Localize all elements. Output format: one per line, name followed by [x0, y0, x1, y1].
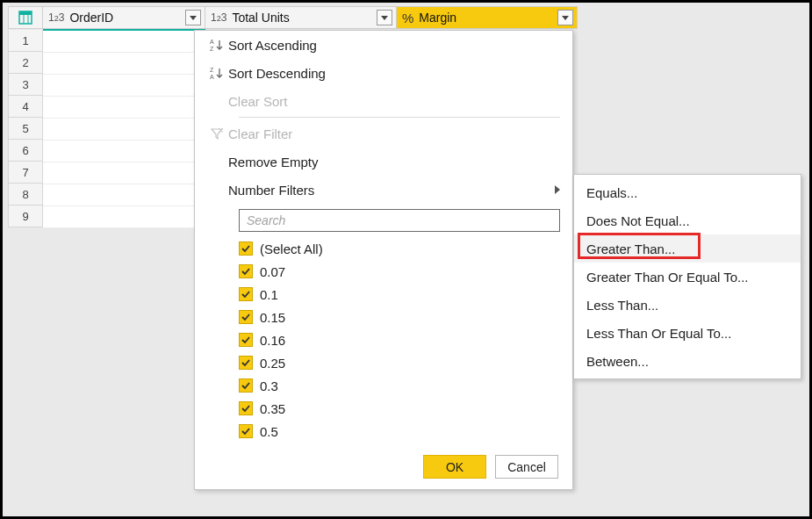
- filter-value-item[interactable]: 0.5: [239, 420, 560, 443]
- checkbox-checked-icon: [239, 356, 253, 370]
- menu-separator: [239, 117, 560, 118]
- checkbox-checked-icon: [239, 424, 253, 438]
- type-percent-icon: %: [402, 11, 413, 25]
- row-number[interactable]: 8: [8, 184, 43, 205]
- column-filter-dropdown[interactable]: [185, 10, 201, 25]
- remove-empty[interactable]: Remove Empty: [195, 148, 572, 176]
- svg-text:A: A: [210, 39, 214, 45]
- svg-text:Z: Z: [210, 67, 214, 73]
- row-number[interactable]: 1: [8, 30, 43, 52]
- checkbox-checked-icon: [239, 310, 253, 324]
- column-header-margin[interactable]: % Margin: [397, 6, 578, 29]
- filter-greater-than[interactable]: Greater Than...: [574, 234, 801, 263]
- filter-dropdown-panel: AZ Sort Ascending ZA Sort Descending Cle…: [194, 30, 573, 490]
- data-cell[interactable]: [43, 97, 205, 119]
- checkbox-checked-icon: [239, 333, 253, 347]
- row-number[interactable]: 5: [8, 118, 43, 140]
- app-frame: 123 OrderID 123 Total Units % Margin: [0, 0, 812, 519]
- sort-asc-icon: AZ: [205, 38, 228, 52]
- filter-search-input[interactable]: Search: [239, 209, 560, 232]
- checkbox-checked-icon: [239, 287, 253, 301]
- column-header-orderid[interactable]: 123 OrderID: [43, 6, 205, 29]
- checkbox-checked-icon: [239, 264, 253, 278]
- column-header-totalunits[interactable]: 123 Total Units: [205, 6, 397, 29]
- sort-desc-icon: ZA: [205, 66, 228, 80]
- filter-value-select-all[interactable]: (Select All): [239, 237, 560, 260]
- filter-between[interactable]: Between...: [574, 347, 801, 375]
- filter-value-list: (Select All) 0.07 0.1 0.15 0.16 0.25: [239, 237, 560, 443]
- column-label: OrderID: [69, 11, 113, 25]
- row-number[interactable]: 2: [8, 52, 43, 74]
- data-cell[interactable]: [43, 75, 205, 97]
- submenu-arrow-icon: [555, 183, 560, 197]
- sort-ascending[interactable]: AZ Sort Ascending: [195, 31, 572, 59]
- header-row: 123 OrderID 123 Total Units % Margin: [8, 6, 807, 29]
- type-number-icon: 123: [48, 11, 64, 24]
- row-number[interactable]: 6: [8, 140, 43, 162]
- data-cell[interactable]: [43, 53, 205, 75]
- column-label: Margin: [419, 11, 456, 25]
- svg-text:Z: Z: [210, 46, 214, 52]
- filter-greater-or-equal[interactable]: Greater Than Or Equal To...: [574, 263, 801, 291]
- filter-value-item[interactable]: 0.35: [239, 397, 560, 420]
- checkbox-checked-icon: [239, 401, 253, 415]
- data-cell[interactable]: [43, 119, 205, 141]
- data-column-1: [43, 31, 205, 228]
- number-filters[interactable]: Number Filters: [195, 176, 572, 204]
- filter-value-item[interactable]: 0.07: [239, 260, 560, 283]
- filter-button-row: OK Cancel: [195, 451, 572, 479]
- filter-value-item[interactable]: 0.25: [239, 351, 560, 374]
- svg-rect-1: [19, 11, 32, 15]
- row-number[interactable]: 9: [8, 205, 43, 227]
- filter-value-item[interactable]: 0.3: [239, 374, 560, 397]
- column-filter-dropdown[interactable]: [557, 10, 573, 25]
- table-corner-icon[interactable]: [8, 6, 43, 29]
- filter-less-or-equal[interactable]: Less Than Or Equal To...: [574, 319, 801, 347]
- ok-button[interactable]: OK: [423, 455, 486, 479]
- data-cell[interactable]: [43, 31, 205, 53]
- filter-value-item[interactable]: 0.16: [239, 328, 560, 351]
- filter-value-item[interactable]: 0.1: [239, 283, 560, 306]
- sort-descending[interactable]: ZA Sort Descending: [195, 59, 572, 87]
- column-filter-dropdown[interactable]: [377, 10, 392, 25]
- row-number[interactable]: 3: [8, 74, 43, 96]
- filter-value-item[interactable]: 0.15: [239, 306, 560, 328]
- type-number-icon: 123: [211, 11, 226, 24]
- filter-equals[interactable]: Equals...: [574, 178, 801, 206]
- row-number[interactable]: 4: [8, 96, 43, 118]
- filter-not-equal[interactable]: Does Not Equal...: [574, 206, 801, 234]
- data-cell[interactable]: [43, 184, 205, 206]
- checkbox-checked-icon: [239, 378, 253, 393]
- clear-sort: Clear Sort: [195, 87, 572, 115]
- row-numbers: 1 2 3 4 5 6 7 8 9: [8, 30, 43, 227]
- number-filters-submenu: Equals... Does Not Equal... Greater Than…: [573, 174, 801, 379]
- data-cell[interactable]: [43, 206, 205, 228]
- clear-filter: Clear Filter: [195, 119, 572, 148]
- row-number[interactable]: 7: [8, 162, 43, 184]
- data-cell[interactable]: [43, 162, 205, 184]
- data-cell[interactable]: [43, 141, 205, 162]
- clear-filter-icon: [205, 126, 228, 141]
- checkbox-checked-icon: [239, 241, 253, 256]
- filter-less-than[interactable]: Less Than...: [574, 291, 801, 319]
- column-label: Total Units: [232, 11, 289, 25]
- svg-text:A: A: [210, 74, 214, 80]
- cancel-button[interactable]: Cancel: [495, 455, 558, 479]
